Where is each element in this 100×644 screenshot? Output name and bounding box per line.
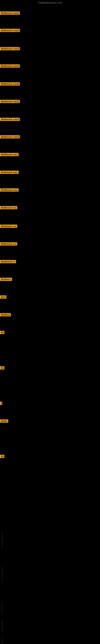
bottleneck-result-badge-7: Bottleneck result [0,135,20,138]
bottleneck-result-badge-10: Bottleneck resu [0,188,19,192]
vertical-line-3 [2,620,2,632]
bottleneck-result-badge-19: Bo [0,366,4,370]
bottleneck-result-badge-1: Bottleneck result [0,29,20,32]
vertical-line-2 [2,602,2,614]
bottleneck-result-badge-13: Bottleneck res [0,242,17,246]
bottleneck-result-badge-11: Bottleneck res [0,206,17,209]
vertical-line-1 [2,567,2,583]
bottleneck-result-badge-8: Bottleneck resu [0,153,19,156]
site-title: TheBottlenecker.com [0,1,100,4]
bottleneck-result-badge-21: Bottle [0,420,8,422]
bottleneck-result-badge-20: B [0,402,2,405]
bottleneck-result-badge-16: Bott [0,296,6,299]
bottleneck-result-badge-22: Bo [0,455,4,458]
bottleneck-result-badge-9: Bottleneck resu [0,171,19,174]
bottleneck-result-badge-15: Bottlenec [0,278,12,281]
bottleneck-result-badge-6: Bottleneck result [0,118,20,121]
vertical-line-0 [2,531,2,548]
bottleneck-result-badge-4: Bottleneck result [0,82,20,86]
bottleneck-result-badge-2: Bottleneck result [0,47,20,50]
bottleneck-result-badge-0: Bottleneck result [0,12,20,15]
bottleneck-result-badge-5: Bottleneck result [0,100,20,103]
bottleneck-result-badge-14: Bottleneck re [0,260,16,263]
vertical-line-4 [2,638,2,644]
bottleneck-result-badge-3: Bottleneck result [0,64,20,68]
bottleneck-result-badge-18: Bo [0,331,4,334]
bottleneck-result-badge-12: Bottleneck res [0,224,17,228]
bottleneck-result-badge-17: Bottlene [0,313,11,316]
